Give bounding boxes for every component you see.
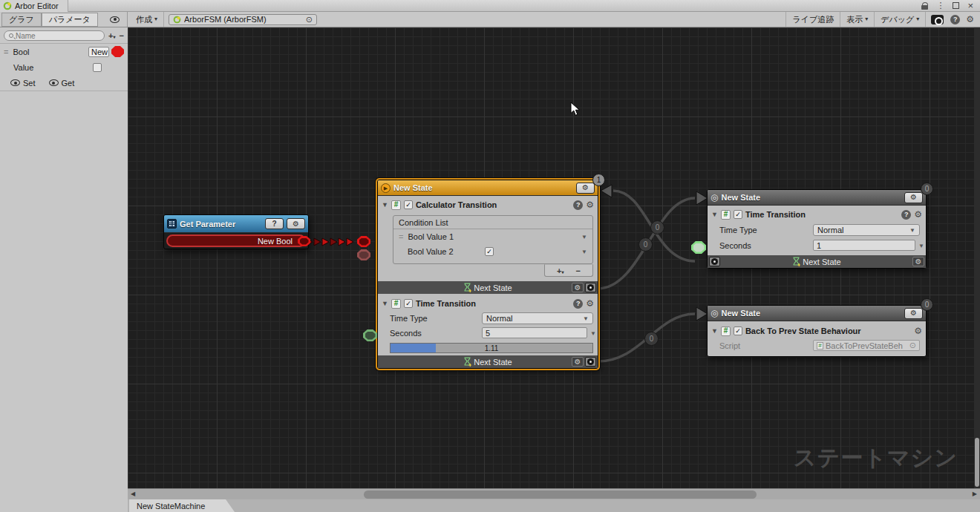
time-transition-header[interactable]: ▼ # ✓ Time Transition ? ⚙ xyxy=(378,296,598,311)
help-icon[interactable]: ? xyxy=(950,15,960,24)
chevron-down-icon[interactable]: ▼ xyxy=(590,330,596,337)
seconds-input[interactable]: 1 xyxy=(813,240,915,251)
menu-dots-icon[interactable]: ⋮ xyxy=(936,1,944,10)
live-trace-button[interactable]: ライブ追跡 xyxy=(785,12,840,27)
condition-row[interactable]: Bool Value 2 ✓ ▼ xyxy=(393,244,592,259)
window-tab[interactable]: Arbor Editor xyxy=(0,0,68,12)
state-node-bottom[interactable]: ◎ New State ⚙ ▼ # ✓ Back To Prev State B… xyxy=(707,305,927,357)
parameter-name-input[interactable]: New xyxy=(88,47,109,57)
time-type-dropdown[interactable]: Normal ▼ xyxy=(813,224,920,236)
state-node-top[interactable]: ◎ New State ⚙ ▼ # ✓ Time Transition ? ⚙ … xyxy=(707,189,927,269)
time-type-dropdown[interactable]: Normal ▼ xyxy=(482,312,593,324)
graph-canvas[interactable]: ステートマシン Get xyxy=(128,27,980,488)
value-checkbox[interactable] xyxy=(93,63,102,72)
vertical-scrollbar[interactable] xyxy=(974,27,980,488)
next-state-port[interactable] xyxy=(709,257,720,266)
maximize-icon[interactable] xyxy=(953,2,959,9)
graph-object-field[interactable]: ArborFSM (ArborFSM) ⊙ xyxy=(169,14,317,25)
get-eye-icon[interactable] xyxy=(49,79,59,86)
foldout-icon[interactable]: ▼ xyxy=(711,328,718,335)
condition-row[interactable]: = Bool Value 1 ▼ xyxy=(393,229,592,244)
chevron-down-icon[interactable]: ▼ xyxy=(581,234,587,240)
behaviour-enabled-checkbox[interactable]: ✓ xyxy=(734,210,742,219)
display-menu-button[interactable]: 表示 ▾ xyxy=(840,12,875,27)
target-picker-icon[interactable]: ⊙ xyxy=(909,341,916,350)
scroll-right-icon[interactable]: ▶ xyxy=(973,491,977,497)
behaviour-enabled-checkbox[interactable]: ✓ xyxy=(404,200,413,209)
parameter-bool-port[interactable] xyxy=(111,46,124,57)
next-state-port[interactable] xyxy=(585,283,596,292)
remove-parameter-button[interactable]: − xyxy=(120,31,124,40)
tab-graph[interactable]: グラフ xyxy=(1,13,42,27)
transition-gear-icon[interactable]: ⚙ xyxy=(912,257,924,266)
bool-input-port-unconnected[interactable] xyxy=(357,249,370,260)
main-state-header[interactable]: ▶ New State ⚙ xyxy=(378,180,598,196)
transition-gear-icon[interactable]: ⚙ xyxy=(572,357,584,367)
get-label[interactable]: Get xyxy=(62,79,75,88)
behaviour-enabled-checkbox[interactable]: ✓ xyxy=(404,299,413,308)
behaviour-gear-icon[interactable]: ⚙ xyxy=(914,210,922,219)
get-parameter-node[interactable]: Get Parameter ? ⚙ New Bool xyxy=(163,214,309,249)
drag-handle-icon[interactable]: = xyxy=(4,47,8,56)
script-object-field[interactable]: # BackToPrevStateBeh ⊙ xyxy=(813,340,920,351)
remove-condition-button[interactable]: − xyxy=(576,266,581,275)
calculator-transition-header[interactable]: ▼ # ✓ Calculator Transition ? ⚙ xyxy=(378,197,598,212)
add-condition-button[interactable]: +▾ xyxy=(557,266,564,275)
panel-visibility-eye-icon[interactable] xyxy=(110,16,120,23)
seconds-input-port-highlighted[interactable] xyxy=(691,241,706,254)
behaviour-gear-icon[interactable]: ⚙ xyxy=(586,200,594,209)
behaviour-enabled-checkbox[interactable]: ✓ xyxy=(734,326,742,335)
foldout-icon[interactable]: ▼ xyxy=(382,301,388,307)
data-connection-dotted[interactable] xyxy=(306,238,353,246)
debug-menu-button[interactable]: デバッグ ▾ xyxy=(875,12,926,27)
seconds-input-port[interactable] xyxy=(363,329,377,341)
node-gear-button[interactable]: ⚙ xyxy=(904,308,923,319)
chevron-down-icon[interactable]: ▼ xyxy=(581,249,587,255)
set-eye-icon[interactable] xyxy=(10,79,20,86)
node-help-button[interactable]: ? xyxy=(265,218,284,229)
behaviour-help-icon[interactable]: ? xyxy=(573,299,583,309)
get-parameter-node-header[interactable]: Get Parameter ? ⚙ xyxy=(164,215,308,233)
node-gear-button[interactable]: ⚙ xyxy=(904,192,923,203)
search-field[interactable] xyxy=(4,30,105,41)
foldout-icon[interactable]: ▼ xyxy=(382,202,388,209)
back-to-prev-behaviour-header[interactable]: ▼ # ✓ Back To Prev State Behaviour ⚙ xyxy=(708,324,926,338)
next-state-bar[interactable]: Next State ⚙ xyxy=(378,281,598,294)
next-state-port[interactable] xyxy=(585,357,596,367)
parameter-row[interactable]: = Bool New xyxy=(0,44,128,59)
set-label[interactable]: Set xyxy=(23,79,36,88)
state-node-header[interactable]: ◎ New State ⚙ xyxy=(708,306,926,321)
search-input[interactable] xyxy=(16,32,66,40)
behaviour-gear-icon[interactable]: ⚙ xyxy=(586,299,594,308)
state-node-header[interactable]: ◎ New State ⚙ xyxy=(708,190,926,206)
next-state-bar[interactable]: Next State ⚙ xyxy=(708,255,926,268)
foldout-icon[interactable]: ▼ xyxy=(711,211,718,218)
close-icon[interactable]: × xyxy=(967,0,973,11)
seconds-input[interactable]: 5 xyxy=(482,327,587,338)
settings-gear-icon[interactable]: ⚙ xyxy=(966,15,974,24)
main-state-node[interactable]: ▶ New State ⚙ ▼ # ✓ Calculator Transitio… xyxy=(377,180,598,369)
horizontal-scrollbar-thumb[interactable] xyxy=(364,490,757,499)
condition-value-checkbox[interactable]: ✓ xyxy=(485,247,494,256)
behaviour-help-icon[interactable]: ? xyxy=(573,200,583,210)
node-gear-button[interactable]: ⚙ xyxy=(576,183,595,194)
node-gear-button[interactable]: ⚙ xyxy=(287,218,305,229)
create-button[interactable]: 作成 ▾ xyxy=(130,12,164,27)
behaviour-gear-icon[interactable]: ⚙ xyxy=(914,326,922,335)
add-parameter-button[interactable]: +▾ xyxy=(108,31,115,40)
transition-gear-icon[interactable]: ⚙ xyxy=(572,283,584,292)
scroll-left-icon[interactable]: ◀ xyxy=(131,491,135,497)
unlock-icon[interactable] xyxy=(921,2,928,10)
time-transition-header[interactable]: ▼ # ✓ Time Transition ? ⚙ xyxy=(708,207,926,222)
behaviour-help-icon[interactable]: ? xyxy=(901,210,911,220)
vertical-scrollbar-thumb[interactable] xyxy=(975,438,979,487)
next-state-bar[interactable]: Next State ⚙ xyxy=(378,355,598,368)
bool-input-port[interactable] xyxy=(357,236,370,247)
target-picker-icon[interactable]: ⊙ xyxy=(306,15,313,24)
tab-parameter[interactable]: パラメータ xyxy=(42,13,98,27)
drag-handle-icon[interactable]: = xyxy=(399,232,403,241)
graph-breadcrumb-tab[interactable]: New StateMachine xyxy=(129,499,235,512)
capture-camera-icon[interactable] xyxy=(931,15,944,24)
chevron-down-icon[interactable]: ▼ xyxy=(918,243,924,249)
horizontal-scrollbar[interactable]: ◀ ▶ xyxy=(128,488,980,499)
